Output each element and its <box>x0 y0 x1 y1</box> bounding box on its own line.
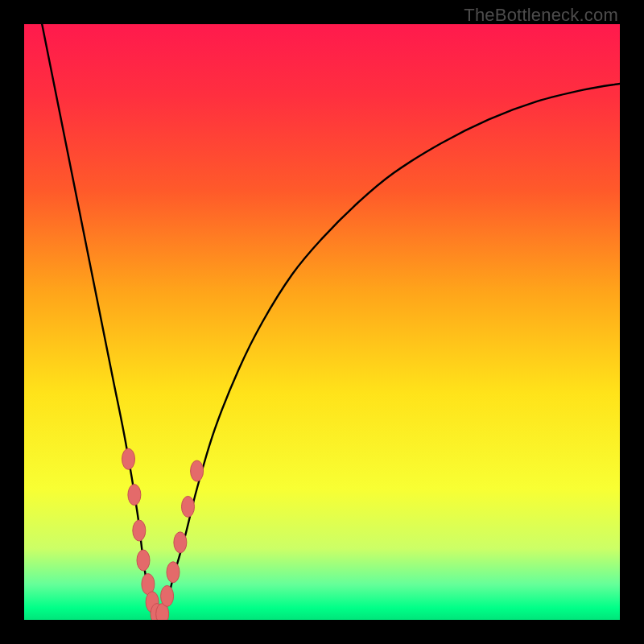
gradient-background <box>24 24 620 620</box>
marker-point <box>133 520 146 541</box>
marker-point <box>137 550 150 571</box>
marker-point <box>161 585 174 606</box>
marker-point <box>167 562 180 583</box>
chart-frame <box>24 24 620 620</box>
marker-point <box>191 460 204 481</box>
marker-point <box>122 448 135 469</box>
bottleneck-chart <box>24 24 620 620</box>
marker-point <box>128 485 141 506</box>
marker-point <box>182 496 195 517</box>
watermark-text: TheBottleneck.com <box>464 5 618 26</box>
marker-point <box>174 532 187 553</box>
